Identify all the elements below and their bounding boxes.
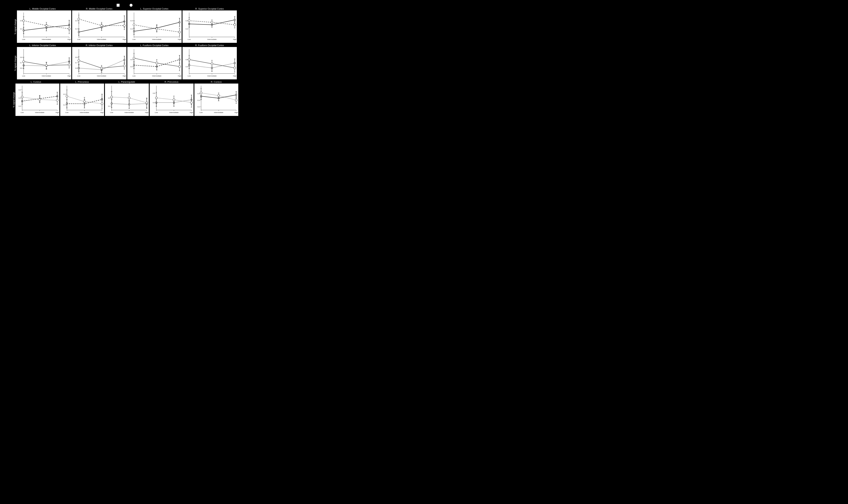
chart-wrap-lprec: 0.40.5LowIntermediateHigh (60, 84, 104, 116)
svg-text:Low: Low (65, 111, 68, 113)
perceptual-icon (117, 4, 120, 7)
svg-text:High: High (145, 111, 148, 113)
legend (2, 2, 249, 7)
svg-text:High: High (233, 75, 236, 77)
svg-point-65 (78, 18, 80, 20)
chart-lcun: L. Cuneus% signal change0.20.30.4LowInte… (13, 80, 59, 116)
svg-text:Intermediate: Intermediate (214, 111, 223, 113)
svg-text:Intermediate: Intermediate (35, 111, 44, 113)
chart-wrap-lpara: 0.40.5LowIntermediateHigh (105, 84, 149, 116)
svg-point-28 (22, 20, 25, 22)
svg-text:0.4: 0.4 (63, 104, 66, 106)
svg-wrapper-rfoc: 0.50.6LowIntermediateHigh (183, 47, 237, 79)
svg-text:0.3: 0.3 (197, 100, 200, 101)
svg-wrapper-rmoc: 0.40.5LowIntermediateHigh (72, 11, 126, 43)
svg-text:0.6: 0.6 (75, 67, 77, 69)
svg-point-412 (146, 102, 148, 104)
chart-svg-rmoc: 0.40.5LowIntermediateHigh (72, 11, 126, 43)
svg-text:0.3: 0.3 (130, 28, 133, 30)
chart-svg-rfoc: 0.50.6LowIntermediateHigh (183, 47, 237, 79)
svg-text:0.4: 0.4 (197, 93, 200, 95)
y-label-lmoc: % signal change (14, 19, 17, 34)
svg-text:0.5: 0.5 (108, 97, 110, 99)
chart-title-rioc: R. Inferior Occipital Cortex (86, 44, 113, 47)
svg-wrapper-lfoc: 0.50.6LowIntermediateHigh (127, 47, 181, 79)
chart-title-rcun: R. Cuneus (211, 80, 222, 83)
svg-point-258 (156, 62, 158, 64)
svg-wrapper-lcun: 0.20.30.4LowIntermediateHigh (16, 84, 59, 116)
chart-wrap-rmoc: 0.40.5LowIntermediateHigh (72, 11, 126, 43)
svg-text:0.4: 0.4 (18, 89, 21, 91)
chart-rioc: R. Inferior Occipital Cortex0.60.70.8Low… (72, 44, 126, 79)
svg-text:0.6: 0.6 (130, 59, 133, 60)
svg-text:Low: Low (188, 75, 191, 77)
svg-wrapper-rcun: 0.20.30.4LowIntermediateHigh (194, 84, 238, 116)
svg-point-484 (218, 94, 220, 96)
svg-point-69 (101, 24, 103, 26)
svg-text:Low: Low (22, 38, 25, 40)
chart-lfoc: L. Fusiform Occipital Cortex0.50.6LowInt… (127, 44, 181, 79)
chart-rcun: R. Cuneus0.20.30.4LowIntermediateHigh (194, 80, 238, 116)
main-container: L. Middle Occipital Cortex% signal chang… (2, 2, 249, 116)
svg-text:Intermediate: Intermediate (97, 38, 106, 40)
svg-text:High: High (178, 75, 181, 77)
svg-point-291 (188, 58, 190, 60)
svg-wrapper-rsoc: 0.30.4LowIntermediateHigh (183, 11, 237, 43)
svg-point-102 (133, 24, 135, 26)
svg-text:High: High (55, 111, 59, 113)
svg-text:Low: Low (200, 111, 203, 113)
charts-grid: L. Middle Occipital Cortex% signal chang… (2, 7, 249, 116)
svg-text:High: High (122, 38, 126, 40)
chart-title-rfoc: R. Fusiform Occipital Cortex (195, 44, 224, 47)
svg-point-139 (188, 20, 190, 22)
chart-wrap-lmoc: % signal change0.40.5LowIntermediateHigh (14, 11, 71, 43)
svg-text:Low: Low (77, 38, 80, 40)
svg-point-110 (178, 31, 180, 33)
svg-point-36 (68, 28, 70, 30)
svg-text:0.4: 0.4 (20, 28, 22, 30)
chart-title-lprec: L. Precuneus (75, 80, 89, 83)
svg-text:0.6: 0.6 (185, 59, 188, 60)
svg-text:0.5: 0.5 (130, 66, 133, 68)
svg-rect-250 (179, 59, 180, 60)
chart-lprec: L. Precuneus0.40.5LowIntermediateHigh (60, 80, 104, 116)
chart-row-1: L. Middle Occipital Cortex% signal chang… (2, 7, 249, 43)
svg-point-217 (78, 59, 80, 61)
svg-rect-392 (111, 103, 112, 104)
svg-point-408 (128, 97, 130, 99)
svg-text:0.4: 0.4 (130, 20, 133, 22)
svg-rect-279 (189, 65, 190, 66)
chart-svg-lprec: 0.40.5LowIntermediateHigh (60, 84, 104, 116)
svg-text:High: High (190, 111, 193, 113)
svg-rect-355 (66, 103, 68, 104)
chart-wrap-lcun: % signal change0.20.30.4LowIntermediateH… (13, 84, 59, 116)
svg-wrapper-lprec: 0.40.5LowIntermediateHigh (60, 84, 104, 116)
chart-svg-lioc: 0.60.70.8LowIntermediateHigh (17, 47, 71, 79)
svg-rect-135 (234, 19, 235, 20)
chart-title-lsoc: L. Superior Occipital Cortex (140, 7, 169, 10)
svg-text:Low: Low (188, 38, 191, 40)
chart-wrap-rfoc: 0.50.6LowIntermediateHigh (183, 47, 237, 79)
svg-text:High: High (122, 75, 126, 77)
chart-lmoc: L. Middle Occipital Cortex% signal chang… (14, 7, 71, 43)
svg-point-262 (178, 66, 180, 68)
svg-wrapper-lmoc: 0.40.5LowIntermediateHigh (17, 11, 71, 43)
svg-point-330 (21, 96, 23, 98)
svg-point-299 (234, 67, 236, 69)
svg-rect-148 (17, 47, 71, 79)
svg-point-488 (235, 99, 237, 101)
svg-rect-37 (72, 11, 126, 43)
svg-point-295 (211, 63, 213, 65)
chart-row-3: L. Cuneus% signal change0.20.30.4LowInte… (2, 80, 249, 116)
svg-text:0.2: 0.2 (197, 106, 200, 108)
chart-rprec: R. Precuneus0.50.6LowIntermediateHigh (150, 80, 193, 116)
conceptual-icon (129, 4, 133, 7)
svg-rect-187 (72, 47, 126, 79)
svg-point-375 (101, 103, 103, 105)
svg-point-221 (101, 67, 103, 69)
svg-rect-74 (127, 11, 181, 43)
svg-point-445 (173, 99, 175, 101)
svg-point-182 (45, 64, 48, 67)
svg-text:Intermediate: Intermediate (169, 111, 178, 113)
svg-point-441 (155, 97, 157, 99)
